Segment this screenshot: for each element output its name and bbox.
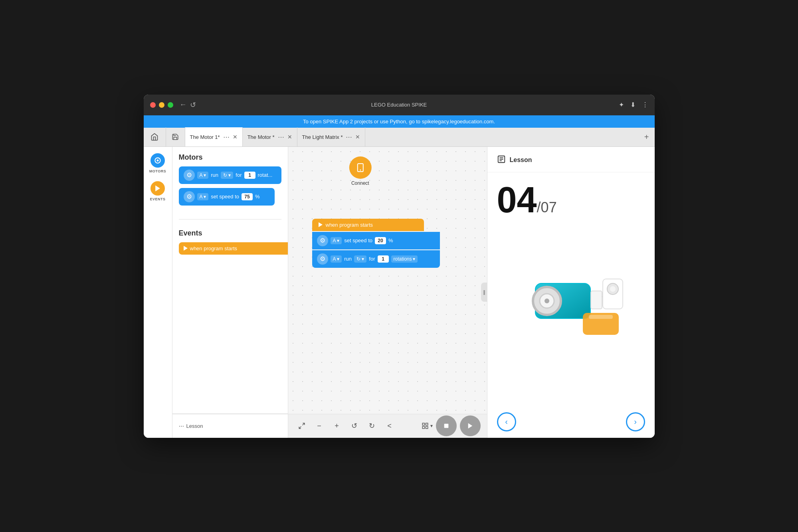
speed-value[interactable]: 75	[242, 193, 253, 200]
blocks-panel: Motors ⚙ A ▾ run ↻ ▾ for 1 rotat...	[172, 147, 288, 438]
close-button[interactable]	[150, 102, 156, 108]
undo-button[interactable]: ↺	[347, 419, 362, 433]
speed-block-row: ⚙ A ▾ set speed to 75 %	[179, 188, 281, 206]
canvas-speed-block[interactable]: ⚙ A ▾ set speed to 20 %	[312, 232, 440, 249]
collapse-handle[interactable]: ‖	[481, 283, 487, 302]
fit-button[interactable]	[295, 419, 309, 433]
lesson-prev-button[interactable]: ‹	[497, 412, 516, 431]
speed-block[interactable]: ⚙ A ▾ set speed to 75 %	[179, 188, 275, 206]
unit-label: rotat...	[258, 172, 273, 178]
svg-rect-9	[422, 427, 424, 429]
canvas-area[interactable]: Connect when program starts ⚙ A ▾ set sp…	[288, 147, 487, 438]
section-divider	[179, 219, 281, 220]
grid-button[interactable]: ▾	[422, 422, 433, 429]
svg-line-5	[302, 423, 304, 425]
canvas-rotations-dropdown[interactable]: rotations ▾	[391, 255, 418, 263]
maximize-button[interactable]	[168, 102, 173, 108]
puzzle-icon[interactable]: ✦	[619, 101, 624, 109]
tab-close-icon[interactable]: ✕	[233, 134, 238, 140]
canvas-run-value[interactable]: 1	[378, 255, 389, 263]
lesson-next-button[interactable]: ›	[626, 412, 645, 431]
motor-svg	[511, 267, 631, 347]
svg-rect-22	[591, 291, 602, 309]
gear-icon-2: ⚙	[184, 191, 195, 202]
set-speed-label: set speed to	[211, 194, 239, 200]
port-dropdown-a[interactable]: A ▾	[197, 172, 209, 179]
svg-line-6	[299, 427, 301, 429]
stop-button[interactable]	[436, 415, 457, 436]
canvas-speed-value[interactable]: 20	[375, 237, 386, 244]
zoom-in-button[interactable]: +	[330, 419, 344, 433]
tab-light-matrix[interactable]: The Light Matrix * ⋯ ✕	[297, 127, 366, 146]
lesson-link[interactable]: ⋯ Lesson	[172, 414, 288, 438]
lesson-image	[497, 226, 645, 388]
new-tab-button[interactable]: +	[639, 127, 655, 146]
tab-menu-icon-2[interactable]: ⋯	[278, 133, 284, 141]
play-icon	[184, 246, 188, 251]
sidebar-item-motors[interactable]: MOTORS	[149, 153, 166, 173]
connect-label: Connect	[351, 180, 369, 186]
nav-buttons: ← ↺	[180, 101, 196, 109]
app-window: ← ↺ LEGO Education SPIKE ✦ ⬇ ⋮ To open S…	[144, 95, 655, 438]
window-title: LEGO Education SPIKE	[371, 102, 427, 108]
run-block-row: ⚙ A ▾ run ↻ ▾ for 1 rotat...	[179, 166, 281, 184]
svg-rect-7	[422, 423, 424, 425]
events-title: Events	[179, 229, 281, 237]
dots-icon: ⋯	[179, 423, 184, 429]
lesson-icon	[497, 155, 506, 166]
home-button[interactable]	[144, 127, 166, 146]
back-button[interactable]: <	[382, 419, 397, 433]
connect-button[interactable]: Connect	[349, 156, 371, 186]
lesson-title: Lesson	[510, 156, 532, 164]
motors-title: Motors	[179, 153, 281, 162]
canvas-run-block[interactable]: ⚙ A ▾ run ↻ ▾ for 1 rotations ▾	[312, 250, 440, 268]
traffic-lights	[150, 102, 173, 108]
svg-rect-25	[589, 315, 613, 319]
canvas-hat-block[interactable]: when program starts	[312, 219, 424, 231]
svg-marker-12	[468, 423, 472, 429]
gear-icon: ⚙	[184, 170, 195, 181]
canvas-run-label: run	[344, 256, 352, 262]
minimize-button[interactable]	[159, 102, 164, 108]
canvas-toolbar: − + ↺ ↻ < ▾	[288, 414, 487, 438]
info-banner: To open SPIKE App 2 projects or use Pyth…	[144, 115, 655, 128]
back-nav-button[interactable]: ←	[180, 101, 187, 109]
lesson-total: /07	[537, 200, 557, 215]
lesson-link-label: Lesson	[186, 423, 203, 429]
menu-icon[interactable]: ⋮	[642, 101, 648, 109]
lesson-nav: ‹ ›	[487, 406, 655, 438]
port-dropdown-a2[interactable]: A ▾	[197, 193, 209, 200]
svg-point-21	[545, 299, 549, 303]
tabs-container: The Motor 1* ⋯ ✕ The Motor * ⋯ ✕ The Lig…	[185, 127, 639, 146]
sidebar-item-events[interactable]: EVENTS	[150, 181, 165, 201]
rotation-dropdown[interactable]: ↻ ▾	[221, 172, 233, 179]
tab-motor[interactable]: The Motor * ⋯ ✕	[243, 127, 297, 146]
titlebar: ← ↺ LEGO Education SPIKE ✦ ⬇ ⋮	[144, 95, 655, 115]
tab-close-icon-2[interactable]: ✕	[287, 134, 292, 140]
canvas-port-a[interactable]: A ▾	[331, 237, 342, 244]
main-area: MOTORS EVENTS Motors ⚙ A ▾	[144, 147, 655, 438]
motors-section: Motors ⚙ A ▾ run ↻ ▾ for 1 rotat...	[172, 147, 288, 216]
tab-motor1[interactable]: The Motor 1* ⋯ ✕	[185, 127, 243, 146]
tab-close-icon-3[interactable]: ✕	[355, 134, 360, 140]
canvas-rotation-dropdown[interactable]: ↻ ▾	[354, 255, 366, 263]
lesson-panel: ‖ Lesson 04 /07	[487, 147, 655, 438]
canvas-trigger-label: when program starts	[326, 222, 373, 228]
play-button[interactable]	[460, 415, 481, 436]
svg-rect-10	[426, 427, 428, 429]
reload-button[interactable]: ↺	[190, 101, 196, 109]
redo-button[interactable]: ↻	[365, 419, 379, 433]
tab-menu-icon-3[interactable]: ⋯	[346, 133, 352, 141]
run-block[interactable]: ⚙ A ▾ run ↻ ▾ for 1 rotat...	[179, 166, 281, 184]
canvas-for-label: for	[369, 256, 375, 262]
rotation-value[interactable]: 1	[244, 172, 255, 179]
lesson-number: 04 /07	[497, 182, 645, 218]
when-program-starts-block[interactable]: when program starts	[179, 242, 288, 255]
download-icon[interactable]: ⬇	[630, 101, 636, 109]
canvas-port-a2[interactable]: A ▾	[331, 255, 342, 263]
zoom-out-button[interactable]: −	[312, 419, 327, 433]
canvas-percent: %	[388, 237, 393, 243]
svg-rect-8	[426, 423, 428, 425]
save-button[interactable]	[166, 127, 185, 146]
tab-menu-icon[interactable]: ⋯	[223, 133, 230, 141]
